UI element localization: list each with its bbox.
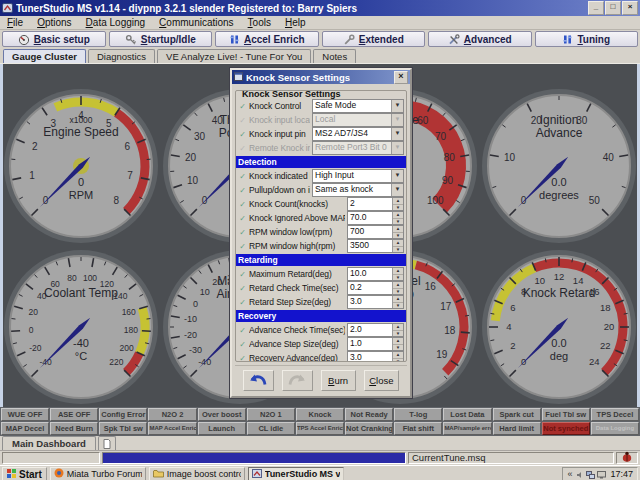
spinner-down-icon[interactable]: ▼ <box>393 219 403 225</box>
undo-button[interactable] <box>243 370 274 391</box>
knock-input-pin-label: Knock input pin <box>249 129 310 139</box>
gauge-ignition-advance: 01020304050IgnitionAdvance0.0degrees <box>482 89 636 243</box>
svg-text:17: 17 <box>440 301 452 312</box>
recovery-advance-deg-spinner[interactable]: 3.0▲▼ <box>347 351 404 362</box>
key-icon <box>125 34 137 45</box>
menu-data-logging[interactable]: Data Logging <box>79 17 153 28</box>
taskbar-window-miata-turbo-forum-ho[interactable]: Miata Turbo Forum - Ho... <box>50 467 146 480</box>
indicator-not-cranking: Not Cranking <box>345 422 393 435</box>
recovery-advance-deg-label: Recovery Advance(deg) <box>249 353 345 362</box>
retard-step-size-deg-label: Retard Step Size(deg) <box>249 297 345 307</box>
svg-text:90: 90 <box>442 175 454 186</box>
spinner-down-icon[interactable]: ▼ <box>393 275 403 281</box>
burn-button[interactable]: Burn <box>321 370 356 391</box>
menu-help[interactable]: Help <box>278 17 313 28</box>
spinner-down-icon[interactable]: ▼ <box>393 247 403 253</box>
chevron-down-icon: ▼ <box>391 114 403 126</box>
knock-input-pin-dropdown[interactable]: MS2 AD7/JS4▼ <box>312 127 404 141</box>
maximum-retard-deg-spinner[interactable]: 10.0▲▼ <box>347 267 404 281</box>
chevron-down-icon[interactable]: ▼ <box>391 128 403 140</box>
toolbar-advanced[interactable]: Advanced <box>428 31 532 47</box>
knock-indicated-by-dropdown[interactable]: High Input▼ <box>312 169 404 183</box>
advance-step-size-deg-spinner[interactable]: 1.0▲▼ <box>347 337 404 351</box>
chevron-down-icon[interactable]: ▼ <box>391 170 403 182</box>
gauge-knock-retard: 024681012141618202224Knock Retard0.0deg <box>482 250 636 404</box>
toolbar-tuning[interactable]: Tuning <box>535 31 639 47</box>
spinner-down-icon[interactable]: ▼ <box>393 331 403 337</box>
setting-row-retard-check-time-sec: ✓Retard Check Time(sec)0.2▲▼ <box>238 281 404 295</box>
svg-text:24: 24 <box>589 356 600 367</box>
check-icon: ✓ <box>238 242 247 251</box>
close-button[interactable]: × <box>622 1 638 15</box>
rpm-window-high-rpm-spinner[interactable]: 3500▲▼ <box>347 239 404 253</box>
pullup-down-on-input-dropdown[interactable]: Same as knock▼ <box>312 183 404 197</box>
menu-file[interactable]: File <box>0 17 30 28</box>
rpm-window-low-rpm-label: RPM window low(rpm) <box>249 227 345 237</box>
group-title: Knock Sensor Settings <box>240 90 343 99</box>
setting-row-knock-ignored-above-map-kpa: ✓Knock Ignored Above MAP(kPa)70.0▲▼ <box>238 211 404 225</box>
toolbar-label: Advanced <box>464 34 512 45</box>
tab-diagnostics[interactable]: Diagnostics <box>88 49 155 63</box>
spinner-down-icon[interactable]: ▼ <box>393 233 403 239</box>
knock-ignored-above-map-kpa-spinner[interactable]: 70.0▲▼ <box>347 211 404 225</box>
minimize-button[interactable]: _ <box>588 1 604 15</box>
chevron-down-icon[interactable]: ▼ <box>391 100 403 112</box>
knock-control-dropdown[interactable]: Safe Mode▼ <box>312 99 404 113</box>
restore-button[interactable]: □ <box>605 1 621 15</box>
dialog-titlebar[interactable]: Knock Sensor Settings × <box>232 70 410 84</box>
svg-text:220: 220 <box>109 357 123 367</box>
retard-step-size-deg-spinner[interactable]: 3.0▲▼ <box>347 295 404 309</box>
dialog-title: Knock Sensor Settings <box>246 72 350 83</box>
spinner-down-icon[interactable]: ▼ <box>393 345 403 351</box>
knock-input-location-dropdown: Local▼ <box>312 113 404 127</box>
check-icon: ✓ <box>238 340 247 349</box>
toolbar-basic-setup[interactable]: Basic setup <box>2 31 106 47</box>
dropdown-value: Remote Port3 Bit 0 <box>313 142 391 154</box>
setting-row-rpm-window-high-rpm: ✓RPM window high(rpm)3500▲▼ <box>238 239 404 253</box>
svg-text:18: 18 <box>444 325 456 336</box>
spinner-down-icon[interactable]: ▼ <box>393 205 403 211</box>
main-dashboard-tab[interactable]: Main Dashboard <box>2 436 96 450</box>
tab-notes[interactable]: Notes <box>313 49 356 63</box>
gauge-unit: degrees <box>539 189 579 201</box>
start-button[interactable]: Start <box>2 467 47 480</box>
taskbar-window-image-boost-control[interactable]: Image boost control <box>149 467 245 480</box>
spinner-down-icon[interactable]: ▼ <box>393 289 403 295</box>
spinner-down-icon[interactable]: ▼ <box>393 303 403 309</box>
new-dashboard-tab[interactable] <box>98 436 116 450</box>
tray-chevron[interactable]: « <box>567 469 572 479</box>
indicator-fuel-tbl-sw: Fuel Tbl sw <box>542 408 590 421</box>
svg-text:60: 60 <box>417 115 429 126</box>
taskbar-window-tunerstudio-ms-v1-14[interactable]: TunerStudio MS v1.14... <box>248 467 344 480</box>
check-icon: ✓ <box>238 298 247 307</box>
spinner-arrows: ▲▼ <box>392 324 403 336</box>
close-button[interactable]: Close <box>364 370 399 391</box>
svg-text:22: 22 <box>600 340 611 351</box>
tab-ve-analyze-live-tune-for-you[interactable]: VE Analyze Live! - Tune For You <box>157 49 311 63</box>
menu-communications[interactable]: Communications <box>152 17 241 28</box>
chevron-down-icon[interactable]: ▼ <box>391 184 403 196</box>
bug-icon[interactable] <box>621 449 633 467</box>
menu-options[interactable]: Options <box>30 17 78 28</box>
retard-check-time-sec-spinner[interactable]: 0.2▲▼ <box>347 281 404 295</box>
toolbar-startup-idle[interactable]: Startup/Idle <box>109 31 213 47</box>
indicator-flat-shift: Flat shift <box>394 422 442 435</box>
redo-button[interactable] <box>282 370 313 391</box>
volume-icon[interactable] <box>576 465 584 480</box>
dialog-close-icon[interactable]: × <box>394 71 408 84</box>
network-icon[interactable] <box>586 465 595 480</box>
gauge-unit: RPM <box>69 189 93 201</box>
toolbar-extended[interactable]: Extended <box>322 31 426 47</box>
toolbar-accel-enrich[interactable]: Accel Enrich <box>215 31 319 47</box>
tab-gauge-cluster[interactable]: Gauge Cluster <box>3 49 86 63</box>
advance-check-time-sec-spinner[interactable]: 2.0▲▼ <box>347 323 404 337</box>
rpm-window-low-rpm-spinner[interactable]: 700▲▼ <box>347 225 404 239</box>
indicator-over-boost: Over boost <box>198 408 246 421</box>
menu-tools[interactable]: Tools <box>241 17 278 28</box>
display-icon[interactable] <box>597 465 606 480</box>
knock-count-knocks-spinner[interactable]: 2▲▼ <box>347 197 404 211</box>
spinner-down-icon[interactable]: ▼ <box>393 359 403 363</box>
current-tune-filename: CurrentTune.msq <box>408 452 614 464</box>
spinner-arrows: ▲▼ <box>392 226 403 238</box>
indicator-lost-data: Lost Data <box>443 408 491 421</box>
